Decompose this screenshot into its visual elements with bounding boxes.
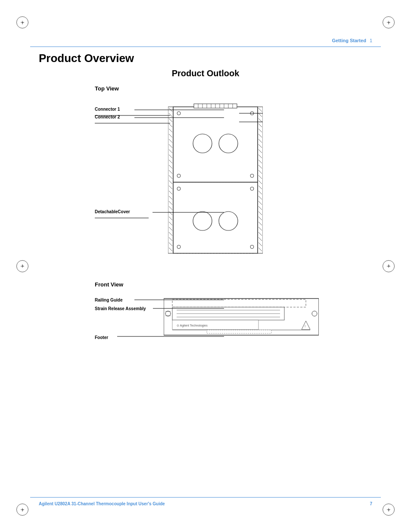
reg-mark-br bbox=[383, 504, 395, 516]
footer-left-text: Agilent U2802A 31-Channel Thermocouple I… bbox=[39, 501, 165, 506]
svg-line-19 bbox=[169, 180, 172, 184]
svg-line-21 bbox=[169, 191, 172, 194]
detachable-cover-label: DetachableCover bbox=[95, 207, 151, 221]
svg-line-7 bbox=[169, 118, 172, 122]
strain-release-label: Strain Release Assembly bbox=[95, 304, 146, 312]
svg-line-10 bbox=[169, 134, 172, 137]
connector1-text: Connector 1 bbox=[95, 107, 120, 112]
svg-line-60 bbox=[258, 248, 262, 251]
svg-text:⊙ Agilent Technologies: ⊙ Agilent Technologies bbox=[177, 324, 208, 327]
svg-line-29 bbox=[169, 232, 172, 236]
reg-mark-tl bbox=[16, 16, 28, 28]
svg-line-13 bbox=[169, 149, 172, 153]
svg-line-15 bbox=[169, 160, 172, 163]
svg-line-59 bbox=[258, 243, 262, 246]
railing-guide-label: Railing Guide bbox=[95, 296, 122, 303]
svg-rect-106 bbox=[207, 330, 271, 333]
front-view-section: Front View Railing Guide Strain Release … bbox=[39, 281, 372, 352]
svg-line-34 bbox=[258, 113, 262, 117]
svg-line-39 bbox=[258, 139, 262, 143]
header-page-info: Getting Started 1 bbox=[332, 38, 372, 43]
svg-line-11 bbox=[169, 139, 172, 143]
svg-line-36 bbox=[258, 124, 262, 127]
svg-line-40 bbox=[258, 144, 262, 148]
reg-mark-tr bbox=[383, 16, 395, 28]
railing-guide-text: Railing Guide bbox=[95, 298, 122, 302]
section-title: Getting Started bbox=[332, 38, 366, 43]
top-view-svg bbox=[168, 100, 263, 264]
svg-line-50 bbox=[258, 196, 262, 199]
connector2-label: Connector 2 bbox=[95, 112, 172, 126]
page-number: 1 bbox=[370, 38, 372, 43]
svg-line-44 bbox=[258, 165, 262, 168]
svg-line-57 bbox=[258, 232, 262, 236]
svg-line-56 bbox=[258, 227, 262, 230]
top-view-diagram: Connector 1 Connector 2 DetachableCover bbox=[39, 96, 372, 277]
svg-line-18 bbox=[169, 175, 172, 179]
svg-line-38 bbox=[258, 134, 262, 137]
svg-line-12 bbox=[169, 144, 172, 148]
svg-rect-3 bbox=[168, 107, 173, 253]
reg-mark-bl bbox=[16, 504, 28, 516]
svg-line-49 bbox=[258, 191, 262, 194]
header-divider bbox=[30, 47, 381, 47]
svg-line-43 bbox=[258, 160, 262, 163]
svg-line-58 bbox=[258, 237, 262, 241]
connector2-line bbox=[95, 120, 172, 126]
detachable-cover-text: DetachableCover bbox=[95, 209, 130, 214]
top-view-label: Top View bbox=[95, 85, 372, 92]
front-view-label: Front View bbox=[95, 281, 372, 288]
svg-rect-4 bbox=[258, 107, 263, 253]
svg-line-17 bbox=[169, 170, 172, 174]
front-view-svg: ⊙ Agilent Technologies ! bbox=[164, 292, 319, 344]
page-footer: Agilent U2802A 31-Channel Thermocouple I… bbox=[39, 501, 372, 506]
footer-label: Footer bbox=[95, 333, 108, 341]
svg-line-54 bbox=[258, 217, 262, 220]
footer-divider bbox=[30, 497, 381, 498]
front-view-diagram: Railing Guide Strain Release Assembly Fo… bbox=[39, 292, 372, 352]
page-main-title: Product Overview bbox=[39, 52, 372, 65]
svg-line-14 bbox=[169, 155, 172, 158]
reg-mark-mr bbox=[383, 260, 395, 272]
svg-line-28 bbox=[169, 227, 172, 230]
svg-line-31 bbox=[169, 243, 172, 246]
svg-line-8 bbox=[169, 124, 172, 127]
svg-line-51 bbox=[258, 201, 262, 205]
top-view-section: Top View Connector 1 Connector 2 bbox=[39, 85, 372, 277]
svg-text:!: ! bbox=[305, 324, 305, 328]
svg-line-48 bbox=[258, 186, 262, 189]
svg-line-30 bbox=[169, 237, 172, 241]
page: Getting Started 1 Product Overview Produ… bbox=[0, 0, 411, 532]
svg-line-9 bbox=[169, 129, 172, 132]
svg-line-55 bbox=[258, 222, 262, 225]
svg-line-45 bbox=[258, 170, 262, 174]
svg-line-25 bbox=[169, 212, 172, 215]
svg-line-23 bbox=[169, 201, 172, 205]
svg-line-47 bbox=[258, 180, 262, 184]
svg-line-16 bbox=[169, 165, 172, 168]
reg-mark-ml bbox=[16, 260, 28, 272]
svg-line-33 bbox=[258, 108, 262, 112]
header: Getting Started 1 bbox=[332, 38, 372, 43]
svg-line-27 bbox=[169, 222, 172, 225]
svg-line-22 bbox=[169, 196, 172, 199]
strain-release-text: Strain Release Assembly bbox=[95, 306, 146, 311]
svg-line-37 bbox=[258, 129, 262, 132]
svg-line-6 bbox=[169, 113, 172, 117]
svg-line-20 bbox=[169, 186, 172, 189]
svg-line-35 bbox=[258, 118, 262, 122]
svg-line-46 bbox=[258, 175, 262, 179]
page-sub-title: Product Outlook bbox=[39, 68, 372, 78]
detachable-cover-line bbox=[95, 215, 151, 221]
svg-line-42 bbox=[258, 155, 262, 158]
footer-text: Footer bbox=[95, 335, 108, 340]
svg-line-53 bbox=[258, 212, 262, 215]
svg-line-32 bbox=[169, 248, 172, 251]
svg-line-26 bbox=[169, 217, 172, 220]
svg-line-41 bbox=[258, 149, 262, 153]
svg-line-5 bbox=[169, 108, 172, 112]
footer-right-text: 7 bbox=[370, 501, 372, 506]
main-content: Product Overview Product Outlook Top Vie… bbox=[39, 52, 372, 352]
svg-rect-80 bbox=[173, 182, 258, 253]
svg-rect-61 bbox=[173, 107, 258, 182]
